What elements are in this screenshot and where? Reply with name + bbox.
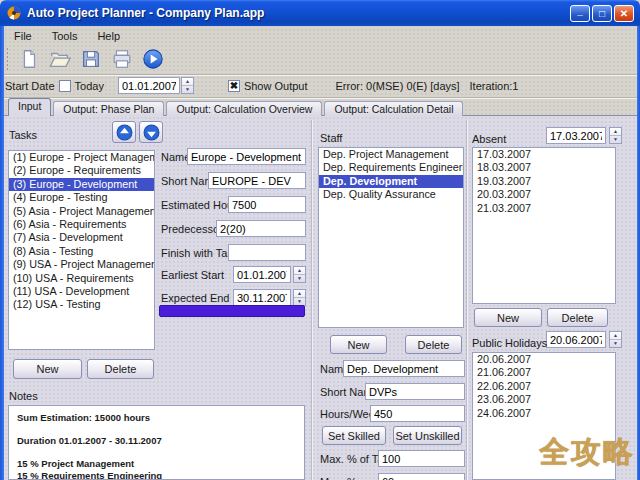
menu-file[interactable]: File — [6, 29, 40, 43]
expected-end-input[interactable] — [233, 289, 291, 306]
list-item[interactable]: 18.03.2007 — [473, 161, 615, 174]
spinner-down-button[interactable]: ▼ — [294, 298, 305, 305]
tab-output-calculation-overview[interactable]: Output: Calculation Overview — [166, 101, 322, 116]
task-name-input[interactable] — [187, 148, 306, 165]
list-item[interactable]: 21.06.2007 — [473, 366, 615, 379]
title-bar: Auto Project Planner - Company Plan.app … — [0, 0, 640, 26]
list-item[interactable]: (9) USA - Project Management — [9, 258, 154, 271]
run-button[interactable] — [139, 46, 167, 72]
spinner-up-button[interactable]: ▲ — [610, 332, 621, 340]
finish-with-task-input[interactable] — [228, 244, 306, 261]
list-item[interactable]: 22.06.2007 — [473, 380, 615, 393]
tab-output-phase-plan[interactable]: Output: Phase Plan — [53, 101, 164, 116]
list-item[interactable]: 17.03.2007 — [473, 148, 615, 161]
error-text: Error: 0(MSE) 0(E) [days] — [335, 80, 459, 92]
max-percent-task-input[interactable] — [378, 450, 465, 467]
list-item[interactable]: Dep. Project Management — [319, 148, 463, 161]
absent-date-input[interactable] — [546, 127, 606, 144]
close-button[interactable]: ✕ — [614, 5, 634, 22]
spinner-down-button[interactable]: ▼ — [610, 136, 621, 143]
max-percent-week-input[interactable] — [378, 473, 465, 480]
staff-delete-button[interactable]: Delete — [405, 335, 462, 354]
window-title: Auto Project Planner - Company Plan.app — [27, 6, 570, 20]
list-item[interactable]: (11) USA - Development — [9, 285, 154, 298]
list-item[interactable]: (6) Asia - Requirements — [9, 218, 154, 231]
print-button[interactable] — [108, 46, 136, 72]
spinner-down-button[interactable]: ▼ — [182, 86, 193, 93]
list-item[interactable]: (8) Asia - Testing — [9, 245, 154, 258]
absent-delete-button[interactable]: Delete — [547, 308, 608, 327]
move-task-up-button[interactable] — [112, 121, 136, 143]
run-play-icon — [142, 48, 164, 70]
earliest-start-spinner[interactable]: ▲▼ — [293, 266, 306, 283]
absent-list[interactable]: 17.03.200718.03.200719.03.200720.03.2007… — [472, 147, 616, 304]
list-item[interactable]: 23.06.2007 — [473, 393, 615, 406]
task-short-name-input[interactable] — [208, 172, 306, 189]
expected-end-spinner[interactable]: ▲▼ — [293, 289, 306, 306]
list-item[interactable]: (10) USA - Requirements — [9, 272, 154, 285]
public-holidays-label: Public Holidays — [472, 337, 547, 349]
notes-textarea[interactable]: Sum Estimation: 15000 hours Duration 01.… — [8, 405, 305, 480]
tasks-list[interactable]: (1) Europe - Project Management(2) Europ… — [8, 150, 155, 350]
task-delete-button[interactable]: Delete — [87, 359, 154, 379]
earliest-start-input[interactable] — [233, 266, 291, 283]
start-date-spinner[interactable]: ▲▼ — [181, 77, 194, 94]
list-item[interactable]: (3) Europe - Development — [9, 178, 154, 191]
absent-date-spinner[interactable]: ▲▼ — [609, 127, 622, 144]
staff-new-button[interactable]: New — [330, 335, 387, 354]
list-item[interactable]: (2) Europe - Requirements — [9, 164, 154, 177]
holiday-date-input[interactable] — [546, 331, 606, 348]
list-item[interactable]: 24.06.2007 — [473, 407, 615, 420]
estimated-hours-input[interactable] — [228, 196, 306, 213]
toolbar-grip[interactable] — [6, 47, 9, 71]
list-item[interactable]: (1) Europe - Project Management — [9, 151, 154, 164]
tasks-label: Tasks — [9, 129, 37, 141]
list-item[interactable]: Dep. Development — [319, 175, 463, 188]
show-output-label: Show Output — [244, 80, 308, 92]
show-output-checkbox[interactable]: ✖ — [228, 80, 240, 92]
set-skilled-button[interactable]: Set Skilled — [322, 426, 386, 445]
minimize-button[interactable]: _ — [570, 5, 590, 22]
menu-help[interactable]: Help — [89, 29, 128, 43]
list-item[interactable]: 21.03.2007 — [473, 202, 615, 215]
watermark-text: 全攻略 — [539, 432, 635, 473]
task-progress-bar — [159, 305, 305, 317]
set-unskilled-button[interactable]: Set Unskilled — [393, 426, 462, 445]
save-floppy-icon — [80, 48, 102, 70]
list-item[interactable]: (4) Europe - Testing — [9, 191, 154, 204]
list-item[interactable]: (7) Asia - Development — [9, 231, 154, 244]
list-item[interactable]: 19.03.2007 — [473, 175, 615, 188]
tab-input[interactable]: Input — [8, 98, 51, 116]
spinner-down-button[interactable]: ▼ — [294, 275, 305, 282]
save-button[interactable] — [77, 46, 105, 72]
list-item[interactable]: Dep. Requirements Engineering — [319, 161, 463, 174]
staff-name-input[interactable] — [343, 360, 465, 377]
new-file-button[interactable] — [15, 46, 43, 72]
menu-bar: File Tools Help — [6, 27, 128, 44]
list-item[interactable]: (5) Asia - Project Management — [9, 205, 154, 218]
spinner-up-button[interactable]: ▲ — [182, 78, 193, 86]
list-item[interactable]: 20.03.2007 — [473, 188, 615, 201]
list-item[interactable]: 20.06.2007 — [473, 353, 615, 366]
today-checkbox[interactable] — [59, 80, 71, 92]
list-item[interactable]: (12) USA - Testing — [9, 298, 154, 311]
open-file-button[interactable] — [46, 46, 74, 72]
staff-list[interactable]: Dep. Project ManagementDep. Requirements… — [318, 147, 464, 328]
predecessors-input[interactable] — [216, 220, 306, 237]
separator-2 — [466, 120, 468, 480]
menu-tools[interactable]: Tools — [44, 29, 86, 43]
spinner-down-button[interactable]: ▼ — [610, 340, 621, 347]
start-date-input[interactable] — [118, 77, 180, 94]
spinner-up-button[interactable]: ▲ — [294, 290, 305, 298]
move-task-down-button[interactable] — [139, 121, 163, 143]
tab-output-calculation-detail[interactable]: Output: Calculation Detail — [324, 101, 463, 116]
list-item[interactable]: Dep. Quality Assurance — [319, 188, 463, 201]
hours-week-input[interactable] — [370, 405, 465, 422]
absent-new-button[interactable]: New — [474, 308, 542, 327]
task-new-button[interactable]: New — [13, 359, 82, 379]
spinner-up-button[interactable]: ▲ — [610, 128, 621, 136]
holiday-date-spinner[interactable]: ▲▼ — [609, 331, 622, 348]
spinner-up-button[interactable]: ▲ — [294, 267, 305, 275]
maximize-button[interactable]: □ — [592, 5, 612, 22]
staff-short-name-input[interactable] — [365, 383, 465, 400]
